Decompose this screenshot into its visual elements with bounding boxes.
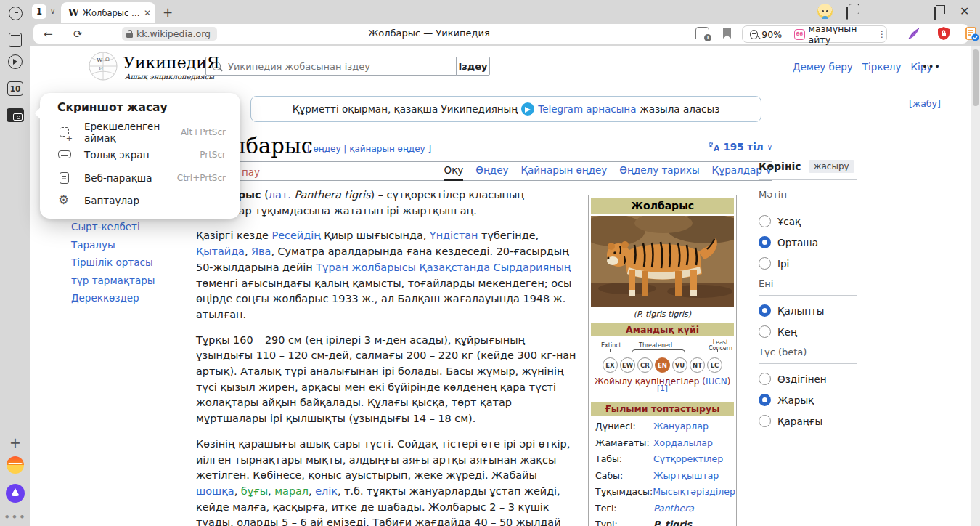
- taxonomy-value[interactable]: Хордалылар: [653, 437, 732, 448]
- view-tab[interactable]: Оқу: [444, 164, 464, 181]
- toc-item[interactable]: түр тармақтары: [71, 275, 187, 286]
- reference-link[interactable]: [1]: [657, 384, 668, 392]
- wiki-search-box[interactable]: [205, 57, 457, 76]
- tab-group-badge[interactable]: 1: [32, 4, 46, 19]
- reload-button[interactable]: ⟳: [73, 28, 83, 41]
- radio-icon[interactable]: [759, 215, 771, 227]
- title-edit-links[interactable]: [ өңдеу | қайнарын өңдеу ]: [307, 144, 431, 154]
- active-tab[interactable]: W Жолбарыс — Уикипеди ✕: [61, 2, 155, 23]
- view-tab[interactable]: Қайнарын өңдеу: [520, 164, 607, 179]
- taxonomy-value[interactable]: Panthera: [653, 503, 732, 514]
- header-more-icon[interactable]: •••: [922, 61, 941, 72]
- page-scrollbar[interactable]: [971, 46, 980, 526]
- read-aloud-icon[interactable]: 66: [794, 29, 805, 40]
- sidebar-add-icon[interactable]: +: [6, 433, 25, 452]
- iucn-link[interactable]: IUCN: [706, 376, 727, 387]
- alice-assistant-icon[interactable]: [6, 484, 25, 503]
- header-link[interactable]: Тіркелу: [862, 61, 902, 73]
- taxonomy-value[interactable]: P. tigris: [653, 519, 732, 526]
- address-bar[interactable]: ← ⟳ kk.wikipedia.org Жолбарыс — Уикипеди…: [33, 24, 968, 44]
- toc-partial-text[interactable]: пау: [242, 166, 260, 178]
- taxonomy-label: Табы:: [595, 453, 653, 464]
- radio-icon[interactable]: [759, 304, 771, 317]
- radio-option[interactable]: Қараңғы: [759, 415, 857, 427]
- radio-icon[interactable]: [759, 394, 771, 406]
- panels-icon[interactable]: [6, 31, 25, 49]
- restore-button[interactable]: [934, 8, 936, 20]
- header-link[interactable]: Демеу беру: [793, 61, 853, 73]
- video-play-icon[interactable]: [6, 52, 25, 71]
- scrollbar-thumb[interactable]: [973, 49, 979, 106]
- back-button[interactable]: ←: [44, 28, 53, 41]
- iucn-code[interactable]: CR: [637, 357, 653, 373]
- iucn-code[interactable]: EW: [620, 357, 635, 373]
- toc-item[interactable]: Таралуы: [71, 239, 187, 251]
- hide-appearance-button[interactable]: жасыру: [809, 160, 854, 173]
- radio-option[interactable]: Қалыпты: [759, 304, 857, 317]
- radio-icon[interactable]: [759, 373, 771, 385]
- language-selector[interactable]: A 195 тіл ∨: [708, 141, 772, 153]
- protect-shield-icon[interactable]: [936, 26, 951, 41]
- view-tab[interactable]: Өңделу тарихы: [619, 164, 699, 179]
- radio-icon[interactable]: [759, 415, 771, 427]
- yandex-mail-icon[interactable]: [6, 456, 25, 474]
- sidebar-more-icon[interactable]: •••: [6, 507, 25, 526]
- toc-item[interactable]: Тіршілік ортасы: [71, 256, 187, 268]
- search-input[interactable]: [226, 60, 456, 73]
- bookmark-icon[interactable]: [723, 28, 731, 39]
- editor-extension-icon[interactable]: [907, 26, 921, 41]
- radio-icon[interactable]: [759, 257, 771, 270]
- banner-close-link[interactable]: [жабу]: [909, 98, 941, 109]
- toc-item[interactable]: Дереккөздер: [71, 292, 187, 304]
- site-url[interactable]: kk.wikipedia.org: [136, 28, 211, 39]
- taxonomy-row: Түрі: P. tigris: [595, 519, 732, 526]
- taxonomy-value[interactable]: Сүтқоректілер: [653, 453, 732, 464]
- view-tab[interactable]: Өңдеу: [475, 164, 508, 179]
- tab-panels-icon[interactable]: [846, 7, 848, 19]
- taxonomy-value[interactable]: Жыртқыштар: [653, 470, 732, 481]
- language-count[interactable]: 195 тіл: [723, 141, 763, 153]
- browser-window: 1 ∨ W Жолбарыс — Уикипеди ✕ + ✕ ← ⟳ kk.w…: [0, 0, 980, 526]
- tab-counter-icon[interactable]: 10: [6, 79, 25, 98]
- close-window-button[interactable]: ✕: [960, 4, 969, 18]
- tab-close-icon[interactable]: ✕: [144, 8, 151, 18]
- zoom-level[interactable]: 90%: [761, 29, 782, 40]
- radio-option[interactable]: Жарық: [759, 394, 857, 406]
- menu-item[interactable]: Веб-парақша Ctrl+PrtScr: [40, 166, 240, 190]
- collections-icon[interactable]: 1: [695, 27, 709, 39]
- radio-option[interactable]: Кең: [759, 325, 857, 338]
- radio-option[interactable]: Орташа: [759, 236, 857, 248]
- radio-icon[interactable]: [759, 236, 771, 248]
- iucn-code[interactable]: NT: [690, 357, 705, 373]
- menu-item[interactable]: Толық экран PrtScr: [40, 144, 240, 167]
- tab-group-chevron-icon[interactable]: ∨: [50, 7, 55, 15]
- zoom-icon[interactable]: [750, 30, 758, 39]
- radio-icon[interactable]: [759, 325, 771, 338]
- menu-item[interactable]: Баптаулар: [40, 190, 240, 213]
- docs-extension-icon[interactable]: [964, 26, 979, 41]
- taxonomy-value[interactable]: Жануарлар: [653, 421, 732, 432]
- profile-avatar[interactable]: [817, 4, 833, 19]
- toc-item[interactable]: Сырт-келбеті: [71, 221, 187, 232]
- read-aloud-label[interactable]: мазмұнын айту: [809, 23, 870, 45]
- radio-option[interactable]: Өздігінен: [759, 373, 857, 385]
- radio-option[interactable]: Ұсақ: [759, 215, 857, 227]
- search-button[interactable]: Іздеу: [456, 57, 490, 76]
- color-options: ӨздігіненЖарықҚараңғы: [759, 373, 857, 427]
- more-tools-icon[interactable]: ⋮: [878, 29, 886, 39]
- screenshot-icon[interactable]: [6, 105, 25, 124]
- radio-option[interactable]: Ірі: [759, 257, 857, 270]
- wikipedia-logo[interactable]: WΩИ: [88, 51, 118, 84]
- taxonomy-value[interactable]: Мысықтәрізділер: [653, 486, 735, 497]
- telegram-link[interactable]: Telegram арнасына: [538, 103, 636, 115]
- iucn-code[interactable]: EX: [603, 357, 618, 373]
- iucn-code[interactable]: LC: [707, 357, 722, 373]
- new-tab-button[interactable]: +: [163, 5, 173, 20]
- site-pill[interactable]: kk.wikipedia.org: [122, 27, 217, 41]
- section-label-color: Түс (beta): [759, 347, 857, 364]
- iucn-code[interactable]: VU: [672, 357, 687, 373]
- menu-item[interactable]: Ерекшеленген аймақ Alt+PrtScr: [40, 121, 240, 144]
- iucn-code[interactable]: EN: [655, 357, 670, 373]
- tiger-image[interactable]: [591, 216, 734, 307]
- history-icon[interactable]: [6, 4, 25, 23]
